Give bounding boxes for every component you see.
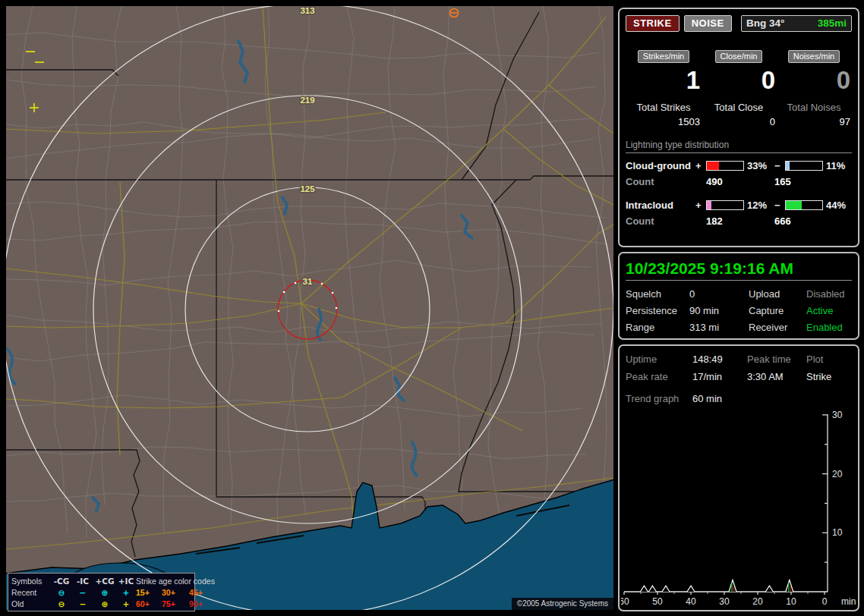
old-neg-cg-icon: ⊖ (51, 599, 72, 608)
noises-per-min-chip[interactable]: Noises/min (788, 50, 840, 63)
ring-label-219: 219 (300, 96, 314, 105)
total-strikes-value: 1503 (678, 116, 700, 127)
uptime-value: 148:49 (692, 354, 747, 365)
plot-value: Strike (806, 371, 856, 382)
cg-negative-bar (785, 161, 823, 171)
total-noises-value: 97 (840, 116, 850, 127)
nexstorm-window: 313 219 125 31 Symbols -CG -IC (0, 0, 864, 616)
strike-trend-chart: 1020306050403020100min (621, 410, 858, 610)
bearing-distance: 385mi (818, 17, 847, 29)
squelch-value: 0 (689, 288, 749, 300)
age-75: 75+ (162, 599, 189, 608)
ic-count-label: Count (626, 215, 695, 227)
total-close-value: 0 (770, 116, 775, 127)
strikes-per-min-chip[interactable]: Strikes/min (638, 50, 689, 63)
status-panel: 10/23/2025 9:19:16 AM Squelch 0 Upload D… (618, 252, 859, 340)
ic-negative-count: 666 (774, 215, 853, 227)
svg-text:min: min (841, 596, 856, 607)
minus-sign: − (774, 160, 785, 171)
range-value: 313 mi (689, 322, 749, 333)
trend-axis-labels: 1020306050403020100min (621, 410, 856, 607)
cg-positive-count: 490 (706, 176, 774, 187)
distribution-title: Lightning type distribution (626, 140, 852, 153)
legend-col-pos-ic: +IC (116, 577, 136, 586)
trend-ticks (624, 415, 828, 595)
plot-label: Plot (806, 354, 856, 365)
cg-count-label: Count (626, 176, 695, 187)
peak-time-label: Peak time (747, 354, 806, 365)
noise-mode-button[interactable]: NOISE (684, 15, 732, 32)
strike-mode-button[interactable]: STRIKE (626, 15, 680, 32)
svg-text:50: 50 (652, 596, 663, 607)
upload-status: Disabled (806, 288, 859, 300)
svg-text:40: 40 (686, 596, 696, 607)
plus-sign: + (695, 160, 706, 171)
legend-age-title: Strike age color codes (136, 577, 215, 586)
peak-rate-label: Peak rate (626, 371, 692, 382)
legend-col-pos-cg: +CG (93, 577, 116, 586)
cg-positive-pct: 33% (744, 160, 774, 171)
legend-col-neg-cg: -CG (51, 577, 72, 586)
old-pos-cg-icon: ⊕ (93, 599, 116, 608)
svg-text:20: 20 (752, 596, 763, 607)
ring-label-125: 125 (300, 184, 315, 193)
total-strikes-label: Total Strikes (637, 102, 691, 113)
recent-pos-ic-icon: + (116, 588, 136, 597)
range-label: Range (626, 322, 689, 333)
total-noises-label: Total Noises (787, 102, 841, 113)
capture-status: Active (806, 305, 859, 316)
persistence-label: Persistence (626, 305, 689, 316)
legend-row-old-label: Old (11, 599, 51, 608)
minus-sign: − (774, 200, 785, 211)
cloud-ground-label: Cloud-ground (626, 160, 695, 171)
age-90: 90+ (189, 599, 215, 608)
counters-panel: STRIKE NOISE Bng 34° 385mi Strikes/min 1… (618, 8, 859, 247)
ring-label-31: 31 (303, 277, 313, 286)
svg-text:30: 30 (832, 410, 843, 420)
lightning-map[interactable]: 313 219 125 31 Symbols -CG -IC (6, 6, 613, 610)
peak-rate-value: 17/min (692, 371, 747, 382)
ic-negative-pct: 44% (823, 200, 853, 211)
legend-symbols-header: Symbols (11, 577, 51, 586)
ic-negative-bar (785, 200, 823, 210)
cg-negative-count: 165 (774, 176, 853, 187)
peak-time-value: 3:30 AM (747, 371, 806, 382)
map-canvas: 313 219 125 31 (6, 6, 613, 610)
cg-negative-pct: 11% (823, 160, 853, 171)
svg-text:30: 30 (719, 596, 730, 607)
cg-positive-bar (706, 161, 744, 171)
strikes-per-min-value: 1 (686, 68, 700, 94)
uptime-label: Uptime (626, 354, 692, 365)
old-neg-ic-icon: − (72, 599, 93, 608)
total-close-label: Total Close (714, 102, 763, 113)
age-60: 60+ (136, 599, 162, 608)
copyright-notice: ©2005 Astrogenic Systems (512, 598, 613, 610)
intracloud-label: Intracloud (626, 200, 695, 211)
upload-label: Upload (749, 288, 806, 300)
age-45: 45+ (189, 588, 215, 597)
legend-row-recent-label: Recent (11, 588, 51, 597)
persistence-value: 90 min (689, 305, 749, 316)
recent-pos-cg-icon: ⊕ (93, 588, 116, 597)
ring-label-313: 313 (300, 6, 314, 15)
age-15: 15+ (136, 588, 162, 597)
datetime-display: 10/23/2025 9:19:16 AM (626, 259, 852, 281)
stats-panel: Uptime 148:49 Peak time Plot Peak rate 1… (618, 344, 859, 611)
receiver-label: Receiver (749, 322, 806, 333)
trend-graph-label: Trend graph (626, 393, 692, 404)
ic-positive-pct: 12% (744, 200, 774, 211)
bearing-display: Bng 34° 385mi (741, 15, 852, 32)
plus-sign: + (695, 200, 706, 211)
old-pos-ic-icon: + (116, 599, 136, 608)
close-per-min-chip[interactable]: Close/min (715, 50, 763, 63)
svg-text:0: 0 (822, 596, 828, 607)
age-30: 30+ (162, 588, 189, 597)
legend-col-neg-ic: -IC (72, 577, 93, 586)
recent-neg-cg-icon: ⊖ (51, 588, 72, 597)
bearing-label: Bng 34° (746, 17, 784, 29)
ic-positive-bar (706, 200, 744, 210)
noises-per-min-value: 0 (837, 68, 850, 94)
trend-peaks (640, 580, 793, 592)
svg-text:20: 20 (832, 469, 843, 479)
recent-neg-ic-icon: − (72, 588, 93, 597)
